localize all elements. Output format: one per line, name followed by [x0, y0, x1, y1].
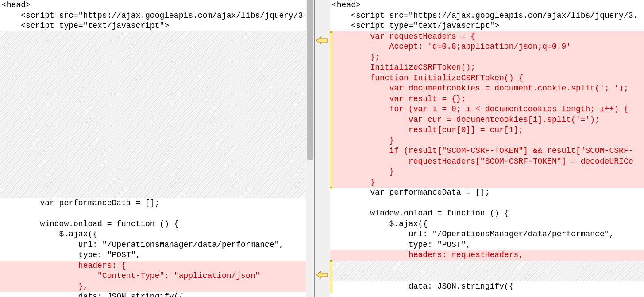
- code-line[interactable]: function InitializeCSRFToken() {: [330, 73, 644, 84]
- code-line[interactable]: [0, 125, 314, 136]
- code-line[interactable]: var performanceData = [];: [0, 198, 314, 209]
- code-line[interactable]: [0, 167, 314, 177]
- code-line[interactable]: [0, 83, 314, 94]
- code-line[interactable]: [0, 94, 314, 105]
- left-scroll-thumb[interactable]: [307, 0, 313, 160]
- code-line[interactable]: [330, 261, 644, 271]
- code-line[interactable]: url: "/OperationsManager/data/performanc…: [0, 240, 314, 250]
- diff-view: <head> <script src="https://ajax.googlea…: [0, 0, 644, 297]
- change-marker: [330, 260, 332, 262]
- code-line[interactable]: [0, 31, 314, 42]
- code-line[interactable]: url: "/OperationsManager/data/performanc…: [330, 229, 644, 240]
- code-line[interactable]: <script src="https://ajax.googleapis.com…: [0, 11, 314, 21]
- code-line[interactable]: <head>: [0, 0, 314, 11]
- code-line[interactable]: if (result["SCOM-CSRF-TOKEN"] && result[…: [330, 146, 644, 156]
- code-line[interactable]: [0, 156, 314, 167]
- change-marker: [330, 31, 332, 188]
- code-line[interactable]: var requestHeaders = {: [330, 31, 644, 42]
- code-line[interactable]: Accept: 'q=0.8;application/json;q=0.9': [330, 42, 644, 52]
- code-line[interactable]: "Content-Type": "application/json": [0, 271, 314, 281]
- code-line[interactable]: data: JSON.stringify({: [0, 292, 314, 297]
- code-line[interactable]: };: [330, 52, 644, 63]
- code-line[interactable]: }: [330, 167, 644, 177]
- right-pane[interactable]: <head> <script src="https://ajax.googlea…: [330, 0, 644, 297]
- code-line[interactable]: var documentcookies = document.cookie.sp…: [330, 83, 644, 94]
- code-line[interactable]: },: [0, 281, 314, 292]
- code-line[interactable]: var performanceData = [];: [330, 188, 644, 198]
- code-line[interactable]: headers: {: [0, 261, 314, 271]
- code-line[interactable]: <script type="text/javascript">: [0, 21, 314, 31]
- change-marker: [330, 31, 332, 33]
- change-marker: [330, 187, 332, 188]
- code-line[interactable]: [0, 42, 314, 52]
- code-line[interactable]: $.ajax({: [330, 219, 644, 230]
- right-code-lines: <head> <script src="https://ajax.googlea…: [330, 0, 644, 292]
- code-line[interactable]: for (var i = 0; i < documentcookies.leng…: [330, 104, 644, 115]
- code-line[interactable]: window.onload = function () {: [0, 219, 314, 230]
- code-line[interactable]: <script type="text/javascript">: [330, 21, 644, 31]
- code-line[interactable]: data: JSON.stringify({: [330, 281, 644, 292]
- code-line[interactable]: headers: requestHeaders,: [330, 250, 644, 261]
- code-line[interactable]: requestHeaders["SCOM-CSRF-TOKEN"] = deco…: [330, 156, 644, 167]
- diff-gutter: [314, 0, 330, 297]
- code-line[interactable]: <head>: [330, 0, 644, 11]
- code-line[interactable]: [330, 271, 644, 281]
- code-line[interactable]: [0, 73, 314, 84]
- code-line[interactable]: $.ajax({: [0, 229, 314, 240]
- left-pane[interactable]: <head> <script src="https://ajax.googlea…: [0, 0, 314, 297]
- code-line[interactable]: [330, 198, 644, 209]
- left-code-lines: <head> <script src="https://ajax.googlea…: [0, 0, 314, 297]
- change-marker: [330, 260, 332, 293]
- code-line[interactable]: [0, 52, 314, 63]
- code-line[interactable]: var cur = documentcookies[i].split('=');: [330, 115, 644, 125]
- code-line[interactable]: [0, 177, 314, 188]
- code-line[interactable]: window.onload = function () {: [330, 208, 644, 219]
- code-line[interactable]: [0, 136, 314, 146]
- code-line[interactable]: type: "POST",: [330, 240, 644, 250]
- code-line[interactable]: [0, 104, 314, 115]
- merge-arrow-left-icon[interactable]: [316, 36, 328, 44]
- code-line[interactable]: [0, 115, 314, 125]
- code-line[interactable]: [0, 63, 314, 73]
- code-line[interactable]: [0, 208, 314, 219]
- code-line[interactable]: [0, 146, 314, 156]
- svg-marker-1: [316, 271, 328, 278]
- code-line[interactable]: <script src="https://ajax.googleapis.com…: [330, 11, 644, 21]
- merge-arrow-left-icon[interactable]: [316, 271, 328, 279]
- svg-marker-0: [316, 37, 328, 44]
- code-line[interactable]: var result = {};: [330, 94, 644, 105]
- code-line[interactable]: type: "POST",: [0, 250, 314, 261]
- code-line[interactable]: InitializeCSRFToken();: [330, 63, 644, 73]
- left-scrollbar[interactable]: [306, 0, 314, 297]
- code-line[interactable]: }: [330, 177, 644, 188]
- code-line[interactable]: [0, 188, 314, 198]
- code-line[interactable]: result[cur[0]] = cur[1];: [330, 125, 644, 136]
- code-line[interactable]: }: [330, 136, 644, 146]
